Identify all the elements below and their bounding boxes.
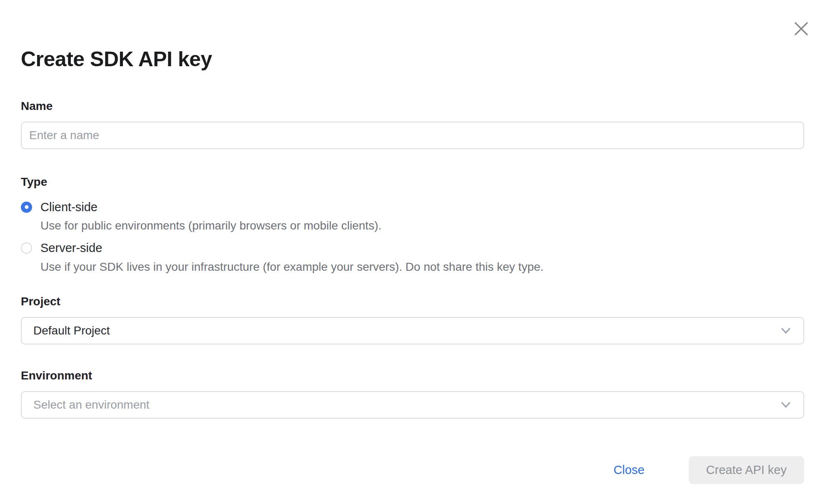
radio-option-label[interactable]: Client-side [40,200,98,215]
chevron-down-icon [779,398,792,412]
close-icon[interactable] [793,21,809,37]
project-select-value: Default Project [33,324,110,337]
name-label: Name [21,99,804,113]
radio-option-description: Use if your SDK lives in your infrastruc… [40,259,804,274]
close-button[interactable]: Close [613,463,644,477]
radio-option-server-side[interactable]: Server-side [21,240,804,255]
create-sdk-api-key-dialog: Create SDK API key Name Type Client-side… [0,0,825,504]
name-input[interactable] [21,122,804,149]
type-label: Type [21,175,804,189]
environment-select-placeholder: Select an environment [33,398,150,412]
radio-option-description: Use for public environments (primarily b… [40,218,804,233]
project-label: Project [21,294,804,309]
project-select[interactable]: Default Project [21,317,804,344]
create-api-key-button[interactable]: Create API key [689,456,804,484]
radio-unselected-icon[interactable] [21,242,32,254]
radio-option-label[interactable]: Server-side [40,240,102,255]
radio-option-client-side[interactable]: Client-side [21,200,804,215]
environment-label: Environment [21,369,804,383]
environment-select[interactable]: Select an environment [21,391,804,419]
chevron-down-icon [779,324,792,337]
dialog-title: Create SDK API key [21,0,804,72]
dialog-footer: Close Create API key [21,456,804,484]
radio-selected-icon[interactable] [21,202,32,213]
